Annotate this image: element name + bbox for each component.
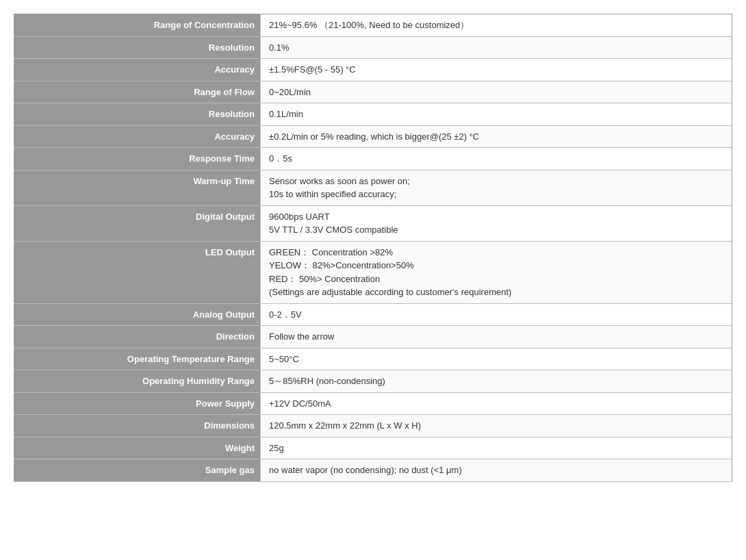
spec-label-16: Weight: [14, 437, 261, 459]
spec-label-8: Digital Output: [14, 205, 261, 241]
spec-label-2: Accuracy: [14, 59, 261, 81]
spec-value-7: Sensor works as soon as power on;10s to …: [261, 170, 732, 205]
spec-value-17: no water vapor (no condensing); no dust …: [261, 459, 732, 482]
spec-value-12: 5~50°C: [261, 348, 732, 370]
spec-label-0: Range of Concentration: [14, 14, 261, 37]
spec-label-13: Operating Humidity Range: [14, 370, 261, 393]
spec-value-4: 0.1L/min: [261, 103, 732, 126]
spec-value-5: ±0.2L/min or 5% reading, which is bigger…: [261, 125, 732, 148]
spec-label-17: Sample gas: [14, 459, 261, 482]
spec-label-6: Response Time: [14, 148, 261, 170]
spec-value-6: 0．5s: [261, 148, 732, 170]
spec-label-7: Warm-up Time: [14, 170, 261, 205]
spec-value-16: 25g: [261, 437, 732, 459]
spec-label-9: LED Output: [14, 241, 261, 303]
spec-label-4: Resolution: [14, 103, 261, 126]
spec-value-0: 21%~95.6% （21-100%, Need to be customize…: [261, 14, 732, 37]
spec-label-3: Range of Flow: [14, 81, 261, 103]
spec-value-15: 120.5mm x 22mm x 22mm (L x W x H): [261, 415, 732, 437]
spec-label-14: Power Supply: [14, 392, 261, 415]
spec-label-5: Accuracy: [14, 125, 261, 148]
spec-value-11: Follow the arrow: [261, 326, 732, 348]
spec-label-15: Dimensions: [14, 415, 261, 437]
spec-value-1: 0.1%: [261, 36, 732, 59]
spec-value-2: ±1.5%FS@(5 - 55) °C: [261, 59, 732, 81]
spec-table: Range of Concentration21%~95.6% （21-100%…: [14, 14, 732, 482]
spec-value-10: 0-2．5V: [261, 303, 732, 326]
spec-label-12: Operating Temperature Range: [14, 348, 261, 370]
spec-value-9: GREEN： Concentration >82%YELOW： 82%>Conc…: [261, 241, 732, 303]
spec-value-14: +12V DC/50mA: [261, 392, 732, 415]
spec-label-1: Resolution: [14, 36, 261, 59]
spec-label-10: Analog Output: [14, 303, 261, 326]
spec-value-8: 9600bps UART5V TTL / 3.3V CMOS compatibl…: [261, 205, 732, 241]
spec-label-11: Direction: [14, 326, 261, 348]
spec-value-13: 5～85%RH (non-condensing): [261, 370, 732, 393]
spec-value-3: 0~20L/min: [261, 81, 732, 103]
